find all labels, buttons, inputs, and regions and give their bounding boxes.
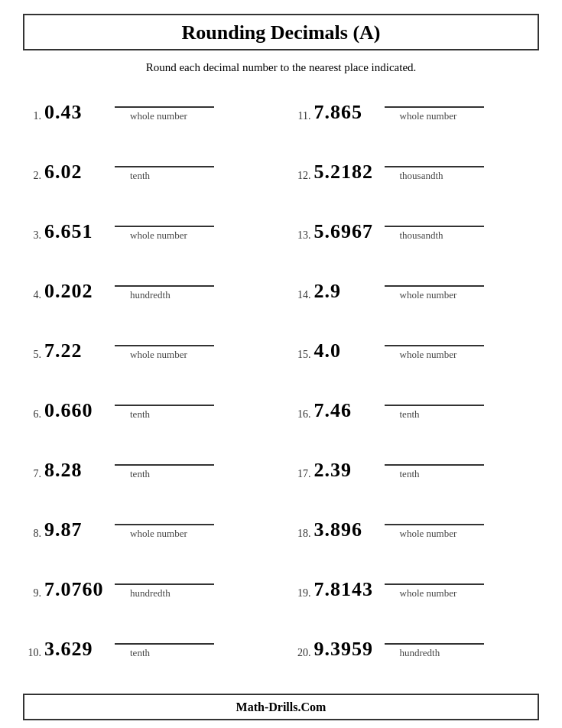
problem-item: 3. 6.651 whole number: [23, 204, 270, 264]
problem-item: 10. 3.629 tenth: [23, 622, 270, 681]
problem-value: 7.8143: [314, 578, 375, 601]
answer-area: whole number: [385, 330, 540, 362]
problem-top: 8. 9.87 whole number: [23, 509, 270, 541]
answer-line[interactable]: [115, 91, 214, 108]
problem-item: 20. 9.3959 hundredth: [293, 622, 540, 681]
answer-area: whole number: [385, 568, 540, 601]
problem-number: 16.: [293, 408, 314, 422]
answer-line[interactable]: [115, 628, 214, 645]
problem-item: 8. 9.87 whole number: [23, 502, 270, 562]
answer-area: thousandth: [385, 210, 540, 243]
problem-top: 20. 9.3959 hundredth: [293, 628, 540, 661]
answer-line[interactable]: [385, 568, 484, 585]
problem-top: 3. 6.651 whole number: [23, 210, 270, 243]
place-label: hundredth: [115, 587, 171, 600]
place-label: thousandth: [385, 170, 443, 182]
answer-line[interactable]: [115, 389, 214, 406]
problem-value: 7.22: [44, 340, 106, 362]
problem-top: 18. 3.896 whole number: [293, 509, 540, 541]
place-label: whole number: [385, 110, 457, 122]
problem-value: 7.0760: [44, 578, 106, 601]
place-label: hundredth: [385, 647, 440, 659]
problem-number: 14.: [293, 289, 314, 303]
problem-value: 3.629: [44, 638, 106, 661]
problem-top: 12. 5.2182 thousandth: [293, 151, 540, 184]
problem-number: 18.: [293, 528, 314, 541]
place-label: hundredth: [115, 289, 171, 301]
problem-value: 5.2182: [314, 161, 375, 184]
problem-number: 7.: [23, 468, 44, 482]
answer-area: tenth: [115, 389, 270, 422]
problem-top: 9. 7.0760 hundredth: [23, 568, 270, 601]
answer-line[interactable]: [115, 330, 214, 346]
problem-value: 0.660: [44, 399, 106, 422]
answer-line[interactable]: [385, 210, 484, 227]
answer-area: whole number: [385, 91, 540, 124]
problem-top: 19. 7.8143 whole number: [293, 568, 540, 601]
problem-item: 13. 5.6967 thousandth: [293, 204, 540, 264]
problem-value: 5.6967: [314, 220, 375, 243]
problem-number: 11.: [293, 110, 314, 124]
problem-number: 4.: [23, 289, 44, 303]
problem-top: 10. 3.629 tenth: [23, 628, 270, 661]
answer-line[interactable]: [385, 91, 484, 108]
answer-area: whole number: [385, 509, 540, 541]
problem-value: 0.43: [44, 101, 106, 124]
problem-number: 20.: [293, 647, 314, 661]
answer-line[interactable]: [385, 509, 484, 525]
answer-line[interactable]: [115, 568, 214, 585]
problem-item: 5. 7.22 whole number: [23, 323, 270, 383]
problem-top: 1. 0.43 whole number: [23, 91, 270, 124]
place-label: tenth: [385, 408, 420, 421]
problems-grid: 1. 0.43 whole number 11. 7.865 whole num…: [23, 85, 539, 681]
problem-value: 7.46: [314, 399, 375, 422]
problem-top: 4. 0.202 hundredth: [23, 270, 270, 303]
answer-line[interactable]: [115, 449, 214, 466]
problem-value: 9.3959: [314, 638, 375, 661]
problem-number: 15.: [293, 349, 314, 362]
answer-line[interactable]: [115, 151, 214, 167]
answer-line[interactable]: [385, 389, 484, 406]
problem-item: 17. 2.39 tenth: [293, 443, 540, 502]
problem-item: 1. 0.43 whole number: [23, 85, 270, 145]
answer-area: whole number: [115, 330, 270, 362]
problem-value: 6.651: [44, 220, 106, 243]
problem-item: 6. 0.660 tenth: [23, 383, 270, 443]
answer-line[interactable]: [385, 270, 484, 287]
place-label: whole number: [385, 528, 457, 540]
answer-line[interactable]: [385, 330, 484, 346]
problem-number: 10.: [23, 647, 44, 661]
page-title: Rounding Decimals (A): [24, 21, 538, 44]
answer-area: whole number: [115, 91, 270, 124]
answer-area: whole number: [385, 270, 540, 303]
problem-top: 13. 5.6967 thousandth: [293, 210, 540, 243]
problem-item: 4. 0.202 hundredth: [23, 264, 270, 323]
problem-top: 16. 7.46 tenth: [293, 389, 540, 422]
problem-number: 19.: [293, 587, 314, 601]
problem-number: 17.: [293, 468, 314, 482]
answer-line[interactable]: [385, 151, 484, 167]
problem-top: 5. 7.22 whole number: [23, 330, 270, 362]
answer-line[interactable]: [385, 449, 484, 466]
problem-number: 8.: [23, 528, 44, 541]
answer-line[interactable]: [115, 210, 214, 227]
answer-area: tenth: [115, 449, 270, 482]
problem-number: 9.: [23, 587, 44, 601]
place-label: whole number: [115, 110, 187, 122]
problem-item: 16. 7.46 tenth: [293, 383, 540, 443]
problem-number: 6.: [23, 408, 44, 422]
problem-top: 6. 0.660 tenth: [23, 389, 270, 422]
answer-line[interactable]: [385, 628, 484, 645]
problem-item: 18. 3.896 whole number: [293, 502, 540, 562]
problem-value: 3.896: [314, 518, 375, 541]
problem-value: 7.865: [314, 101, 375, 124]
answer-line[interactable]: [115, 270, 214, 287]
answer-area: tenth: [115, 628, 270, 661]
answer-area: tenth: [385, 389, 540, 422]
problem-item: 15. 4.0 whole number: [293, 323, 540, 383]
problem-top: 15. 4.0 whole number: [293, 330, 540, 362]
place-label: whole number: [385, 587, 457, 600]
answer-line[interactable]: [115, 509, 214, 525]
place-label: whole number: [115, 528, 187, 540]
problem-top: 2. 6.02 tenth: [23, 151, 270, 184]
